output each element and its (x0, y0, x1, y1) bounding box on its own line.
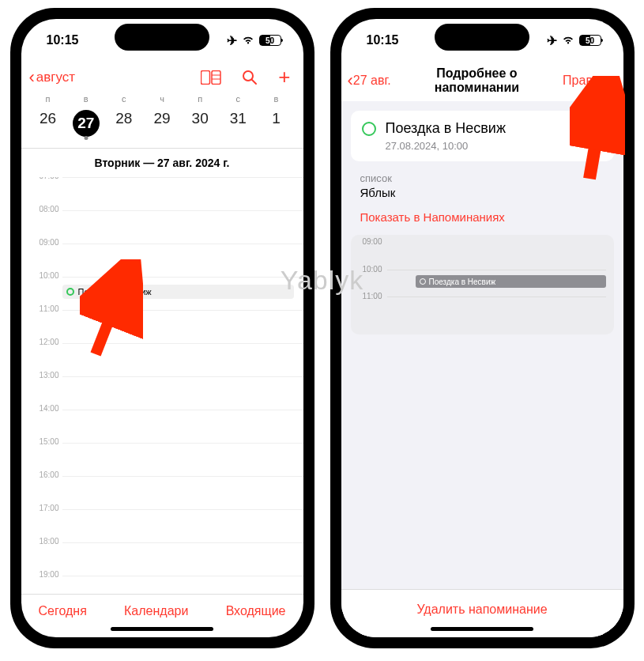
hour-label: 17:00 (29, 504, 59, 512)
weekday-header: пв сч пс в (21, 94, 303, 104)
event-title: Поездка в Несвиж (78, 287, 152, 297)
hour-label: 18:00 (29, 537, 59, 546)
hour-label: 14:00 (29, 404, 59, 413)
mini-timeline: 09:00 10:00 Поездка в Несвиж 11:00 (351, 235, 614, 334)
reminder-ring-icon (420, 278, 426, 285)
svg-point-4 (243, 71, 253, 81)
hour-label: 08:00 (29, 205, 59, 213)
show-in-reminders-link[interactable]: Показать в Напоминаниях (341, 202, 623, 235)
view-toggle-icon[interactable] (201, 70, 221, 85)
wifi-icon (562, 36, 574, 45)
reminder-title: Поездка в Несвиж (386, 120, 506, 137)
page-title: Подробнее о напоминании (396, 66, 558, 95)
hour-label: 07:00 (29, 177, 59, 180)
day-1[interactable]: 1 (257, 105, 295, 142)
reminder-ring-icon[interactable] (362, 122, 376, 136)
list-label: список (360, 172, 604, 184)
phone-left: 10:15 ✈ 50 ‹ август + пв (10, 8, 314, 648)
list-value: Яблык (360, 186, 604, 199)
back-button[interactable]: ‹ август (29, 69, 76, 86)
svg-rect-1 (212, 70, 220, 84)
day-row: 26 27 28 29 30 31 1 (21, 104, 303, 148)
mini-event[interactable]: Поездка в Несвиж (416, 275, 606, 288)
hour-label: 12:00 (29, 338, 59, 346)
status-time: 10:15 (47, 33, 79, 47)
battery-icon: 50 (259, 35, 281, 46)
home-indicator[interactable] (431, 627, 533, 631)
reminder-datetime: 27.08.2024, 10:00 (386, 140, 506, 152)
day-26[interactable]: 26 (29, 105, 67, 142)
wifi-icon (242, 36, 254, 45)
svg-line-5 (252, 80, 256, 84)
list-section: список Яблык (341, 161, 623, 202)
chevron-left-icon: ‹ (29, 69, 35, 86)
mini-event-title: Поездка в Несвиж (429, 278, 496, 286)
nav-bar: ‹ 27 авг. Подробнее о напоминании Правит… (341, 62, 623, 101)
svg-rect-0 (201, 70, 210, 84)
edit-button[interactable]: Править (563, 74, 612, 88)
back-label: август (36, 70, 75, 85)
reminder-ring-icon (66, 288, 74, 296)
date-header: Вторник — 27 авг. 2024 г. (21, 149, 303, 177)
chevron-left-icon: ‹ (348, 72, 353, 89)
today-button[interactable]: Сегодня (39, 604, 87, 618)
timeline[interactable]: 07:0008:0009:0010:0011:0012:0013:0014:00… (21, 177, 303, 594)
status-time: 10:15 (367, 33, 399, 47)
back-label: 27 авг. (353, 74, 391, 88)
calendar-event[interactable]: Поездка в Несвиж (62, 285, 294, 299)
day-29[interactable]: 29 (143, 105, 181, 142)
dynamic-island (115, 24, 209, 51)
nav-bar: ‹ август + (21, 62, 303, 94)
day-30[interactable]: 30 (181, 105, 219, 142)
airplane-icon: ✈ (547, 33, 557, 48)
dynamic-island (435, 24, 529, 51)
hour-label: 19:00 (29, 570, 59, 579)
hour-label: 10:00 (29, 271, 59, 280)
home-indicator[interactable] (111, 627, 213, 631)
inbox-button[interactable]: Входящие (226, 604, 286, 618)
back-button[interactable]: ‹ 27 авг. (348, 72, 391, 89)
hour-label: 11:00 (29, 304, 59, 313)
add-button[interactable]: + (278, 65, 290, 89)
hour-label: 15:00 (29, 437, 59, 446)
airplane-icon: ✈ (227, 33, 237, 48)
hour-label: 09:00 (29, 238, 59, 247)
phone-right: 10:15 ✈ 50 ‹ 27 авг. Подробнее о напомин… (330, 8, 635, 648)
hour-label: 16:00 (29, 470, 59, 479)
calendars-button[interactable]: Календари (124, 604, 188, 618)
day-28[interactable]: 28 (105, 105, 143, 142)
hour-label: 13:00 (29, 371, 59, 380)
day-27[interactable]: 27 (67, 105, 105, 142)
day-31[interactable]: 31 (219, 105, 257, 142)
search-icon[interactable] (242, 70, 258, 85)
battery-icon: 50 (579, 35, 601, 46)
reminder-card[interactable]: Поездка в Несвиж 27.08.2024, 10:00 (351, 111, 614, 161)
